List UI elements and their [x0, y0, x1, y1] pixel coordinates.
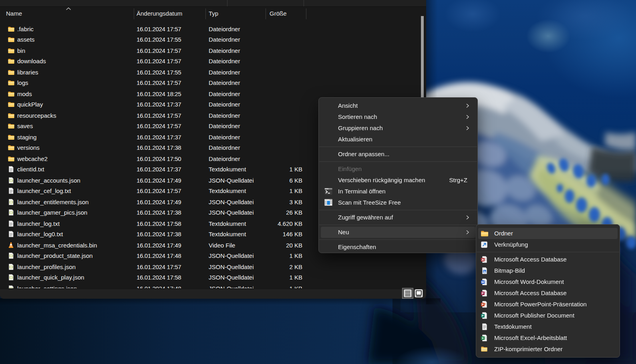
svg-text:W: W [481, 280, 485, 284]
svg-text:A: A [482, 258, 484, 261]
svg-text:P: P [482, 292, 484, 295]
svg-text:X: X [482, 336, 484, 340]
svg-text:P: P [482, 314, 484, 318]
svg-text:P: P [482, 303, 484, 306]
